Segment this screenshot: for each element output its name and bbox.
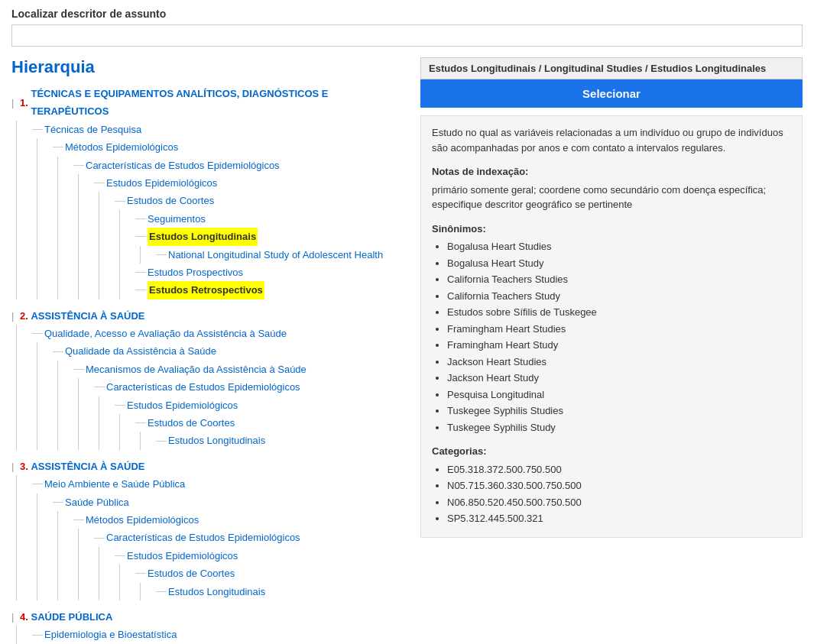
list-item: N06.850.520.450.500.750.500: [447, 495, 791, 510]
h-line: [53, 147, 63, 147]
h-line: [94, 387, 105, 387]
h-line: [115, 405, 125, 406]
estudos-retrospectivos-highlight[interactable]: Estudos Retrospectivos: [148, 281, 264, 299]
section-2-children: Qualidade, Acesso e Avaliação da Assistê…: [16, 325, 405, 450]
descriptor-description: Estudo no qual as variáveis relacionadas…: [432, 125, 791, 155]
link-seguimentos[interactable]: Seguimentos: [148, 210, 206, 228]
link-longitudinais-2[interactable]: Estudos Longitudinais: [168, 432, 265, 449]
section-3-title[interactable]: ASSISTÊNCIA À SAÚDE: [31, 458, 144, 475]
indent-estudos-epi-1: Estudos de Coortes Seguimentos: [99, 192, 405, 299]
h-line: [94, 183, 105, 183]
section-3-children: Meio Ambiente e Saúde Pública Saúde Públ…: [16, 475, 405, 600]
link-qualidade-acesso[interactable]: Qualidade, Acesso e Avaliação da Assistê…: [44, 325, 287, 342]
hierarchy-title: Hierarquia: [11, 57, 405, 77]
node-longitudinais-highlighted: Estudos Longitudinais: [135, 228, 405, 245]
node-national-longitudinal: National Longitudinal Study of Adolescen…: [156, 246, 405, 264]
link-estudos-epi-2[interactable]: Estudos Epidemiológicos: [127, 396, 238, 414]
indent-longitudinais: National Longitudinal Study of Adolescen…: [140, 246, 405, 264]
estudos-longitudinais-highlight[interactable]: Estudos Longitudinais: [148, 228, 258, 245]
link-meio-ambiente[interactable]: Meio Ambiente e Saúde Pública: [44, 475, 185, 493]
link-caract-epi[interactable]: Características de Estudos Epidemiológic…: [86, 157, 280, 174]
left-panel: Hierarquia | 1. TÉCNICAS E EQUIPAMENTOS …: [11, 57, 405, 644]
node-saude-publica: Saúde Pública: [53, 494, 405, 511]
synonyms-list: Bogalusa Heart Studies Bogalusa Heart St…: [432, 239, 791, 435]
h-line: [135, 290, 146, 290]
indent-coortes-1: Seguimentos Estudos Longitudinais: [119, 210, 405, 299]
node-mecanismos: Mecanismos de Avaliação da Assistência à…: [73, 361, 405, 378]
link-epidemio-bioestat[interactable]: Epidemiologia e Bioestatística: [44, 626, 177, 643]
indent-metodos-epi: Características de Estudos Epidemiológic…: [57, 157, 405, 299]
select-button[interactable]: Selecionar: [420, 79, 803, 108]
list-item: Framingham Heart Studies: [447, 322, 791, 337]
link-coortes-3[interactable]: Estudos de Coortes: [148, 565, 235, 582]
h-line: [32, 635, 43, 636]
link-metodos-epi[interactable]: Métodos Epidemiológicos: [65, 138, 178, 156]
h-line: [94, 538, 105, 539]
indent-coortes-3: Estudos Longitudinais: [140, 583, 405, 600]
h-line: [73, 519, 84, 520]
link-coortes-1[interactable]: Estudos de Coortes: [127, 192, 214, 209]
indent-metodos-epi-3: Características de Estudos Epidemiológic…: [78, 529, 405, 600]
link-national-longitudinal[interactable]: National Longitudinal Study of Adolescen…: [168, 246, 383, 264]
search-input[interactable]: [11, 24, 803, 47]
descriptor-header: Estudos Longitudinais / Longitudinal Stu…: [420, 57, 803, 79]
node-retrospectivos-highlighted: Estudos Retrospectivos: [135, 281, 405, 299]
link-mecanismos[interactable]: Mecanismos de Avaliação da Assistência à…: [86, 361, 306, 378]
h-line: [115, 555, 125, 556]
list-item: SP5.312.445.500.321: [447, 511, 791, 526]
list-item: E05.318.372.500.750.500: [447, 462, 791, 477]
node-tecnicas: Técnicas de Pesquisa: [32, 121, 405, 138]
link-saude-publica[interactable]: Saúde Pública: [65, 494, 129, 511]
h-line: [135, 218, 146, 219]
synonyms-title: Sinônimos:: [432, 222, 791, 237]
list-item: Bogalusa Heart Study: [447, 256, 791, 271]
list-item: Pesquisa Longitudinal: [447, 387, 791, 403]
link-coortes-2[interactable]: Estudos de Coortes: [148, 414, 235, 432]
link-estudos-epi-3[interactable]: Estudos Epidemiológicos: [127, 547, 238, 565]
indent-estudos-epi-2: Estudos de Coortes Estudos Longitudinais: [119, 414, 405, 450]
link-prospectivos[interactable]: Estudos Prospectivos: [148, 264, 243, 281]
link-tecnicas[interactable]: Técnicas de Pesquisa: [44, 121, 141, 138]
indent-tecnicas: Métodos Epidemiológicos Características …: [37, 138, 405, 299]
categories-section: Categorias: E05.318.372.500.750.500 N05.…: [432, 444, 791, 526]
h-line: [135, 422, 146, 423]
node-caract-epi-2: Características de Estudos Epidemiológic…: [94, 378, 405, 396]
link-metodos-epi-3[interactable]: Métodos Epidemiológicos: [86, 511, 199, 529]
list-item: Tuskegee Syphilis Studies: [447, 403, 791, 419]
h-line: [53, 502, 63, 503]
indent-qualidade-acesso: Qualidade da Assistência à Saúde Mecanis…: [37, 342, 405, 449]
search-section: Localizar descritor de assunto: [11, 8, 803, 57]
info-box: Estudo no qual as variáveis relacionadas…: [420, 115, 803, 538]
indent-mecanismos: Características de Estudos Epidemiológic…: [78, 378, 405, 450]
pipe-3: |: [11, 458, 14, 475]
node-seguimentos: Seguimentos: [135, 210, 405, 228]
node-coortes-2: Estudos de Coortes: [135, 414, 405, 432]
right-panel: Estudos Longitudinais / Longitudinal Stu…: [420, 57, 803, 538]
h-line: [73, 165, 84, 166]
node-longitudinais-3: Estudos Longitudinais: [156, 583, 405, 600]
h-line: [53, 351, 63, 352]
section-1-title[interactable]: TÉCNICAS E EQUIPAMENTOS ANALÍTICOS, DIAG…: [31, 85, 405, 121]
link-qualidade-assist[interactable]: Qualidade da Assistência à Saúde: [65, 342, 216, 360]
h-line: [135, 272, 146, 273]
section-2-title[interactable]: ASSISTÊNCIA À SAÚDE: [31, 307, 144, 325]
list-item: California Teachers Studies: [447, 272, 791, 287]
section-2-number: 2.: [17, 307, 31, 325]
node-coortes-1: Estudos de Coortes: [115, 192, 405, 209]
indent-caract-epi-2: Estudos Epidemiológicos Estudos de Coort…: [99, 396, 405, 450]
link-longitudinais-3[interactable]: Estudos Longitudinais: [168, 583, 265, 600]
node-estudos-epi-1: Estudos Epidemiológicos: [94, 174, 405, 192]
node-estudos-epi-2: Estudos Epidemiológicos: [115, 396, 405, 414]
h-line: [115, 201, 125, 202]
node-epidemio-bioestat: Epidemiologia e Bioestatística: [32, 626, 405, 643]
categories-title: Categorias:: [432, 444, 791, 459]
categories-list: E05.318.372.500.750.500 N05.715.360.330.…: [432, 462, 791, 526]
pipe-1: |: [11, 94, 14, 112]
section-4-title[interactable]: SAÚDE PÚBLICA: [31, 608, 112, 626]
indent-estudos-epi-3: Estudos de Coortes Estudos Longitudinais: [119, 565, 405, 600]
link-caract-epi-3[interactable]: Características de Estudos Epidemiológic…: [106, 529, 300, 546]
section-1-number: 1.: [17, 94, 31, 112]
link-caract-epi-2[interactable]: Características de Estudos Epidemiológic…: [106, 378, 300, 396]
h-line: [156, 254, 167, 255]
link-estudos-epi-1[interactable]: Estudos Epidemiológicos: [106, 174, 217, 192]
